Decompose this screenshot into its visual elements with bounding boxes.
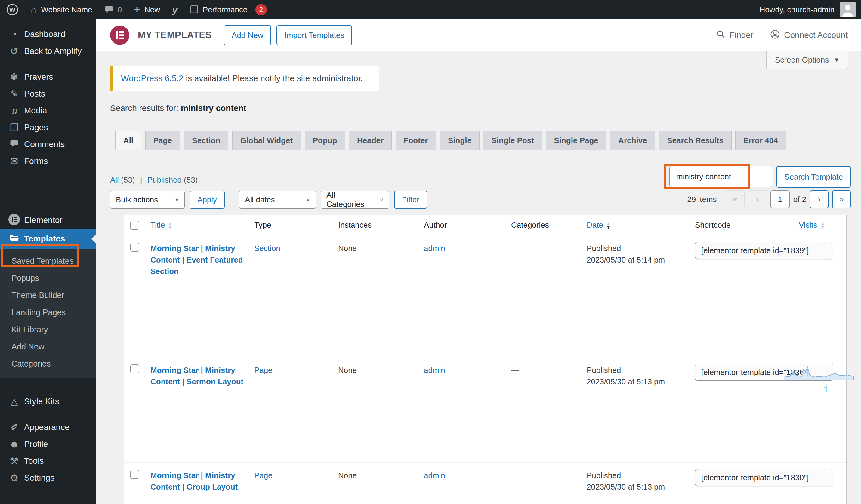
sidebar-item-elementor[interactable]: Elementor (0, 212, 96, 228)
finder-button[interactable]: Finder (716, 30, 753, 41)
sidebar-item-dashboard[interactable]: ◔ Dashboard (0, 26, 96, 43)
sidebar-item-settings[interactable]: ⚙ Settings (0, 470, 96, 486)
column-categories: Categories (511, 215, 587, 235)
select-all-checkbox[interactable] (130, 221, 139, 230)
tab-error-404[interactable]: Error 404 (735, 131, 786, 150)
tab-page[interactable]: Page (145, 131, 180, 150)
apply-button[interactable]: Apply (190, 191, 225, 209)
site-name-button[interactable]: ⌂ Website Name (25, 0, 98, 19)
shortcode-input[interactable] (695, 469, 833, 486)
site-name-label: Website Name (41, 5, 92, 14)
view-all-link[interactable]: All (110, 175, 119, 184)
connect-account-button[interactable]: Connect Account (770, 29, 848, 41)
date-value: 2023/05/30 at 5:13 pm (587, 481, 692, 493)
tab-all[interactable]: All (115, 131, 141, 150)
sidebar-item-pages[interactable]: ❐ Pages (0, 119, 96, 136)
avatar[interactable] (840, 2, 856, 17)
submenu-item-theme-builder[interactable]: Theme Builder (0, 287, 96, 304)
sidebar-item-appearance[interactable]: ✐ Appearance (0, 419, 96, 436)
tab-global-widget[interactable]: Global Widget (232, 131, 301, 150)
view-separator: | (140, 175, 142, 184)
page-title: MY TEMPLATES (138, 30, 212, 41)
plus-icon: + (134, 4, 140, 15)
submenu-item-categories[interactable]: Categories (0, 355, 96, 373)
prev-page-button[interactable]: ‹ (748, 190, 767, 208)
row-checkbox[interactable] (130, 470, 139, 479)
row-checkbox[interactable] (130, 243, 139, 252)
template-title-link[interactable]: Morning Star | Ministry Content | Group … (150, 470, 251, 493)
submenu-item-add-new[interactable]: Add New (0, 338, 96, 355)
type-link[interactable]: Section (254, 244, 281, 253)
submenu-item-kit-library[interactable]: Kit Library (0, 321, 96, 338)
search-template-input[interactable] (669, 166, 773, 187)
author-link[interactable]: admin (424, 244, 445, 253)
shortcode-input[interactable] (695, 364, 833, 381)
row-checkbox[interactable] (130, 364, 139, 374)
dates-select[interactable]: All dates ∨ (239, 191, 316, 209)
sidebar-item-comments[interactable]: Comments (0, 136, 96, 153)
submenu-item-landing-pages[interactable]: Landing Pages (0, 304, 96, 321)
current-page-input[interactable] (770, 190, 790, 208)
new-label: New (145, 5, 160, 14)
new-content-button[interactable]: + New (128, 0, 166, 19)
admin-sidebar: ◔ Dashboard ↺ Back to Amplify ✾ Prayers … (0, 19, 96, 504)
visits-count-link[interactable]: 1 (824, 385, 828, 394)
import-templates-button[interactable]: Import Templates (276, 25, 352, 45)
comment-bubble-icon (7, 139, 21, 150)
tab-single-page[interactable]: Single Page (546, 131, 606, 150)
bulk-actions-select[interactable]: Bulk actions ∨ (110, 191, 185, 209)
sidebar-item-posts[interactable]: ✎ Posts (0, 85, 96, 102)
submenu-item-popups[interactable]: Popups (0, 270, 96, 287)
dates-label: All dates (245, 195, 275, 205)
add-new-button[interactable]: Add New (224, 25, 271, 45)
sidebar-item-label: Back to Amplify (24, 46, 82, 56)
column-title-sort[interactable]: Title ▲▼ (150, 221, 173, 230)
tab-section[interactable]: Section (184, 131, 228, 150)
main-content: MY TEMPLATES Add New Import Templates Fi… (96, 19, 861, 504)
folder-icon (7, 233, 21, 245)
pagination: 29 items « ‹ of 2 › » (687, 190, 851, 208)
sidebar-item-forms[interactable]: ✉ Forms (0, 153, 96, 170)
first-page-button[interactable]: « (726, 190, 744, 208)
sidebar-item-yoast-seo[interactable]: y Yoast SEO (0, 501, 96, 504)
shortcode-input[interactable] (695, 242, 833, 259)
tab-header[interactable]: Header (349, 131, 392, 150)
tab-footer[interactable]: Footer (396, 131, 436, 150)
column-visits-sort[interactable]: Visits ▲▼ (799, 221, 825, 230)
filter-button[interactable]: Filter (394, 191, 427, 209)
sidebar-item-tools[interactable]: ⚒ Tools (0, 452, 96, 470)
tab-single-post[interactable]: Single Post (483, 131, 542, 150)
screen-options-toggle[interactable]: Screen Options ▼ (766, 51, 848, 69)
performance-menu-button[interactable]: ❒ Performance 2 (184, 0, 273, 19)
search-template-button[interactable]: Search Template (777, 166, 851, 188)
type-link[interactable]: Page (254, 366, 273, 375)
sidebar-item-profile[interactable]: ☻ Profile (0, 436, 96, 452)
type-link[interactable]: Page (254, 471, 273, 480)
tab-popup[interactable]: Popup (305, 131, 345, 150)
media-icon: ♫ (7, 106, 21, 115)
sidebar-item-back-to-amplify[interactable]: ↺ Back to Amplify (0, 43, 96, 59)
author-link[interactable]: admin (424, 471, 445, 480)
wordpress-update-link[interactable]: WordPress 6.5.2 (121, 74, 183, 83)
author-link[interactable]: admin (424, 366, 445, 375)
tab-single[interactable]: Single (440, 131, 480, 150)
view-published-link[interactable]: Published (147, 175, 182, 184)
template-title-link[interactable]: Morning Star | Ministry Content | Sermon… (150, 364, 251, 387)
howdy-label[interactable]: Howdy, church-admin (759, 5, 835, 14)
sidebar-item-templates[interactable]: Templates (0, 228, 96, 249)
yoast-menu-button[interactable]: y (166, 0, 184, 19)
column-date-sort[interactable]: Date ▲▼ (587, 221, 611, 230)
next-page-button[interactable]: › (810, 190, 829, 208)
sidebar-item-style-kits[interactable]: △ Style Kits (0, 393, 96, 410)
categories-select[interactable]: All Categories ∨ (321, 191, 389, 209)
wordpress-menu-button[interactable]: W (0, 0, 25, 19)
sidebar-item-prayers[interactable]: ✾ Prayers (0, 69, 96, 85)
template-title-link[interactable]: Morning Star | Ministry Content | Event … (150, 243, 251, 277)
submenu-item-saved-templates[interactable]: Saved Templates (0, 253, 96, 270)
sidebar-item-media[interactable]: ♫ Media (0, 102, 96, 119)
last-page-button[interactable]: » (832, 190, 851, 208)
tab-archive[interactable]: Archive (610, 131, 655, 150)
tab-search-results[interactable]: Search Results (659, 131, 732, 150)
comments-button[interactable]: 0 (98, 0, 128, 19)
account-circle-icon (770, 29, 780, 41)
